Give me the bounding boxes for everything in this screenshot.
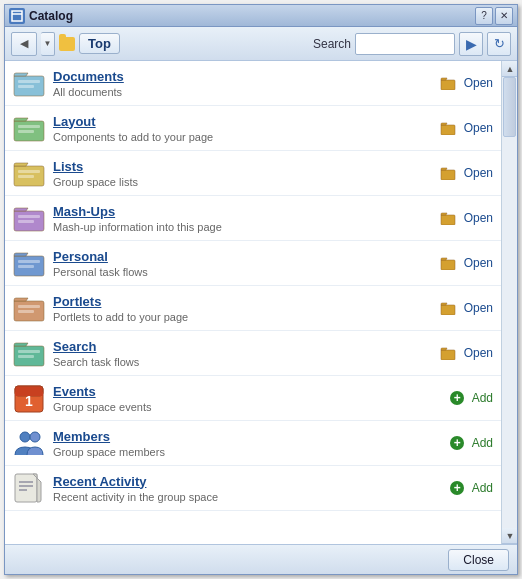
scrollbar: ▲ ▼: [501, 61, 517, 544]
open-folder-icon: [440, 301, 456, 315]
list-item-portlets[interactable]: PortletsPortlets to add to your page Ope…: [5, 286, 501, 331]
list-item-personal[interactable]: PersonalPersonal task flows Open: [5, 241, 501, 286]
item-desc-events: Group space events: [53, 401, 450, 413]
close-button[interactable]: Close: [448, 549, 509, 571]
item-icon-mashups: [13, 202, 45, 234]
item-title-layout[interactable]: Layout: [53, 114, 440, 129]
add-icon: +: [450, 391, 464, 405]
help-button[interactable]: ?: [475, 7, 493, 25]
item-text-documents: DocumentsAll documents: [53, 69, 440, 98]
item-title-search[interactable]: Search: [53, 339, 440, 354]
item-action-search[interactable]: Open: [440, 346, 493, 360]
title-bar: Catalog ? ✕: [5, 5, 517, 27]
item-desc-portlets: Portlets to add to your page: [53, 311, 440, 323]
search-go-button[interactable]: ▶: [459, 32, 483, 56]
open-folder-icon: [440, 211, 456, 225]
item-title-documents[interactable]: Documents: [53, 69, 440, 84]
item-title-portlets[interactable]: Portlets: [53, 294, 440, 309]
item-icon-personal: [13, 247, 45, 279]
item-title-events[interactable]: Events: [53, 384, 450, 399]
item-text-portlets: PortletsPortlets to add to your page: [53, 294, 440, 323]
svg-rect-3: [18, 85, 34, 88]
item-text-layout: LayoutComponents to add to your page: [53, 114, 440, 143]
item-action-members[interactable]: + Add: [450, 436, 493, 450]
item-text-members: MembersGroup space members: [53, 429, 450, 458]
search-label: Search: [313, 37, 351, 51]
item-desc-recent-activity: Recent activity in the group space: [53, 491, 450, 503]
list-item-events[interactable]: 1 EventsGroup space events+ Add: [5, 376, 501, 421]
item-action-personal[interactable]: Open: [440, 256, 493, 270]
svg-rect-4: [18, 125, 40, 128]
scroll-up-button[interactable]: ▲: [502, 61, 517, 77]
add-icon: +: [450, 436, 464, 450]
add-label: Add: [472, 391, 493, 405]
breadcrumb-top[interactable]: Top: [79, 33, 120, 54]
item-action-mashups[interactable]: Open: [440, 211, 493, 225]
list-item-search[interactable]: SearchSearch task flows Open: [5, 331, 501, 376]
item-text-mashups: Mash-UpsMash-up information into this pa…: [53, 204, 440, 233]
refresh-button[interactable]: ↻: [487, 32, 511, 56]
item-title-recent-activity[interactable]: Recent Activity: [53, 474, 450, 489]
search-input[interactable]: [355, 33, 455, 55]
item-icon-lists: [13, 157, 45, 189]
item-text-search: SearchSearch task flows: [53, 339, 440, 368]
item-desc-documents: All documents: [53, 86, 440, 98]
item-title-personal[interactable]: Personal: [53, 249, 440, 264]
svg-rect-15: [18, 355, 34, 358]
catalog-window: Catalog ? ✕ ◀ ▼ Top Search ▶ ↻: [4, 4, 518, 575]
svg-rect-13: [18, 310, 34, 313]
item-action-layout[interactable]: Open: [440, 121, 493, 135]
item-icon-layout: [13, 112, 45, 144]
item-desc-layout: Components to add to your page: [53, 131, 440, 143]
open-folder-icon: [440, 166, 456, 180]
item-action-documents[interactable]: Open: [440, 76, 493, 90]
list-item-documents[interactable]: DocumentsAll documents Open: [5, 61, 501, 106]
item-title-lists[interactable]: Lists: [53, 159, 440, 174]
scroll-track: [502, 77, 517, 528]
item-action-events[interactable]: + Add: [450, 391, 493, 405]
item-text-recent-activity: Recent ActivityRecent activity in the gr…: [53, 474, 450, 503]
list-item-recent-activity[interactable]: Recent ActivityRecent activity in the gr…: [5, 466, 501, 511]
item-action-recent-activity[interactable]: + Add: [450, 481, 493, 495]
content-area: DocumentsAll documents Open LayoutCompon…: [5, 61, 517, 544]
open-label: Open: [464, 211, 493, 225]
svg-rect-8: [18, 215, 40, 218]
item-icon-recent-activity: [13, 472, 45, 504]
item-text-lists: ListsGroup space lists: [53, 159, 440, 188]
open-label: Open: [464, 256, 493, 270]
nav-dropdown-button[interactable]: ▼: [41, 32, 55, 56]
item-icon-documents: [13, 67, 45, 99]
svg-rect-2: [18, 80, 40, 83]
item-icon-portlets: [13, 292, 45, 324]
svg-rect-11: [18, 265, 34, 268]
open-folder-icon: [440, 121, 456, 135]
list-item-members[interactable]: MembersGroup space members+ Add: [5, 421, 501, 466]
scroll-down-button[interactable]: ▼: [502, 528, 517, 544]
close-x-button[interactable]: ✕: [495, 7, 513, 25]
list-item-mashups[interactable]: Mash-UpsMash-up information into this pa…: [5, 196, 501, 241]
list-item-lists[interactable]: ListsGroup space lists Open: [5, 151, 501, 196]
item-title-members[interactable]: Members: [53, 429, 450, 444]
svg-rect-22: [15, 474, 37, 502]
item-action-lists[interactable]: Open: [440, 166, 493, 180]
toolbar: ◀ ▼ Top Search ▶ ↻: [5, 27, 517, 61]
item-text-personal: PersonalPersonal task flows: [53, 249, 440, 278]
footer: Close: [5, 544, 517, 574]
item-desc-personal: Personal task flows: [53, 266, 440, 278]
svg-rect-9: [18, 220, 34, 223]
open-label: Open: [464, 166, 493, 180]
item-desc-mashups: Mash-up information into this page: [53, 221, 440, 233]
breadcrumb-folder-icon: [59, 37, 75, 51]
item-title-mashups[interactable]: Mash-Ups: [53, 204, 440, 219]
item-action-portlets[interactable]: Open: [440, 301, 493, 315]
open-folder-icon: [440, 256, 456, 270]
open-label: Open: [464, 301, 493, 315]
add-icon: +: [450, 481, 464, 495]
open-folder-icon: [440, 76, 456, 90]
back-button[interactable]: ◀: [11, 32, 37, 56]
scroll-thumb[interactable]: [503, 77, 516, 137]
list-item-layout[interactable]: LayoutComponents to add to your page Ope…: [5, 106, 501, 151]
svg-rect-10: [18, 260, 40, 263]
open-label: Open: [464, 346, 493, 360]
item-icon-search: [13, 337, 45, 369]
